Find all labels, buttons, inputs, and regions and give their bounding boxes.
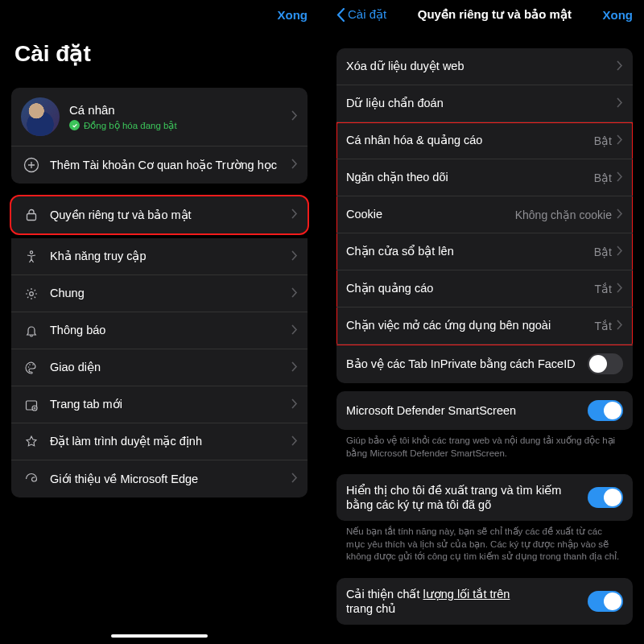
- settings-item-about-edge[interactable]: Giới thiệu về Microsoft Edge: [11, 460, 308, 497]
- search-suggestions-row[interactable]: Hiển thị cho tôi đề xuất trang và tìm ki…: [336, 474, 633, 521]
- topbar: Xong: [0, 0, 319, 26]
- chevron-right-icon: [291, 109, 298, 124]
- row-label: Microsoft Defender SmartScreen: [346, 403, 588, 418]
- external-apps-row[interactable]: Chặn việc mở các ứng dụng bên ngoài Tắt: [336, 308, 633, 345]
- diagnostic-data-row[interactable]: Dữ liệu chẩn đoán: [336, 85, 633, 122]
- improve-shortcuts-row[interactable]: Cải thiện chất lượng lối tắt trêntrang c…: [336, 578, 633, 625]
- settings-item-label: Đặt làm trình duyệt mặc định: [50, 434, 291, 448]
- chevron-right-icon: [291, 435, 298, 449]
- chevron-right-icon: [291, 158, 298, 172]
- chevron-right-icon: [617, 171, 623, 185]
- chevron-right-icon: [291, 250, 298, 264]
- chevron-right-icon: [617, 282, 623, 296]
- settings-item-label: Trang tab mới: [50, 397, 291, 411]
- smartscreen-section: Microsoft Defender SmartScreen: [336, 391, 633, 430]
- popup-blocker-row[interactable]: Chặn cửa sổ bật lên Bật: [336, 233, 633, 270]
- chevron-right-icon: [291, 472, 298, 486]
- row-label: Dữ liệu chẩn đoán: [346, 96, 617, 110]
- settings-item-accessibility[interactable]: Khả năng truy cập: [11, 238, 308, 275]
- row-label: Chặn quảng cáo: [346, 281, 595, 295]
- done-button[interactable]: Xong: [603, 8, 634, 22]
- settings-item-general[interactable]: Chung: [11, 275, 308, 312]
- row-label: Hiển thị cho tôi đề xuất trang và tìm ki…: [346, 483, 588, 512]
- settings-item-label: Chung: [50, 286, 291, 300]
- gear-icon: [21, 287, 42, 301]
- row-value: Bật: [594, 171, 612, 184]
- settings-item-notifications[interactable]: Thông báo: [11, 312, 308, 349]
- personalization-ads-row[interactable]: Cá nhân hóa & quảng cáo Bật: [336, 122, 633, 159]
- bell-icon: [21, 324, 42, 338]
- settings-item-appearance[interactable]: Giao diện: [11, 349, 308, 386]
- privacy-controls-highlighted: Cá nhân hóa & quảng cáo Bật Ngăn chặn th…: [336, 122, 633, 345]
- chevron-right-icon: [291, 324, 298, 338]
- row-label: Chặn cửa sổ bật lên: [346, 244, 594, 258]
- shortcuts-section: Cải thiện chất lượng lối tắt trêntrang c…: [336, 578, 633, 625]
- settings-list: Khả năng truy cập Chung Thông báo Giao d…: [11, 238, 308, 497]
- toggle-off[interactable]: [588, 353, 623, 374]
- chevron-right-icon: [291, 398, 298, 412]
- settings-item-label: Khả năng truy cập: [50, 249, 291, 263]
- row-label: Ngăn chặn theo dõi: [346, 170, 594, 184]
- star-gear-icon: [21, 435, 42, 449]
- row-label: Bảo vệ các Tab InPrivate bằng cách FaceI…: [346, 357, 588, 371]
- chevron-right-icon: [291, 208, 298, 222]
- toggle-on[interactable]: [588, 400, 623, 421]
- tracking-prevention-row[interactable]: Ngăn chặn theo dõi Bật: [336, 159, 633, 196]
- svg-point-6: [32, 364, 34, 365]
- add-account-label: Thêm Tài khoản Cơ quan hoặc Trường học: [50, 158, 291, 172]
- page-title: Cài đặt: [0, 26, 319, 80]
- svg-point-4: [28, 366, 30, 368]
- done-button[interactable]: Xong: [278, 8, 308, 22]
- clear-browsing-data-row[interactable]: Xóa dữ liệu duyệt web: [336, 48, 633, 85]
- account-section: Cá nhân Đồng bộ hóa đang bật Thêm Tài kh…: [11, 88, 308, 184]
- cookies-row[interactable]: Cookie Không chặn cookie: [336, 196, 633, 233]
- avatar: [21, 97, 60, 136]
- row-value: Tắt: [595, 320, 612, 332]
- chevron-right-icon: [617, 208, 623, 222]
- chevron-right-icon: [617, 60, 623, 74]
- back-button[interactable]: Cài đặt: [336, 7, 386, 22]
- toggle-on[interactable]: [588, 591, 623, 612]
- settings-item-newtab[interactable]: Trang tab mới: [11, 386, 308, 423]
- row-value: Tắt: [595, 283, 612, 295]
- suggestions-desc: Nếu bạn tắt tính năng này, bạn sẽ chỉ th…: [325, 521, 644, 570]
- svg-rect-1: [27, 214, 36, 221]
- chevron-right-icon: [617, 97, 623, 111]
- smartscreen-desc: Giúp bảo vệ tôi khỏi các trang web và nộ…: [325, 430, 644, 466]
- topbar: Cài đặt Quyền riêng tư và bảo mật Xong: [325, 0, 644, 26]
- palette-icon: [21, 361, 42, 375]
- account-name: Cá nhân: [69, 103, 291, 117]
- privacy-screen: Cài đặt Quyền riêng tư và bảo mật Xong X…: [325, 0, 644, 644]
- ad-blocker-row[interactable]: Chặn quảng cáo Tắt: [336, 270, 633, 308]
- browsing-data-section: Xóa dữ liệu duyệt web Dữ liệu chẩn đoán …: [336, 48, 633, 383]
- account-row[interactable]: Cá nhân Đồng bộ hóa đang bật: [11, 88, 308, 147]
- row-label: Cookie: [346, 207, 515, 221]
- svg-point-5: [29, 364, 31, 365]
- row-value: Bật: [594, 246, 612, 258]
- check-icon: [69, 120, 80, 130]
- row-label: Xóa dữ liệu duyệt web: [346, 59, 617, 73]
- settings-item-privacy[interactable]: Quyền riêng tư và bảo mật: [11, 196, 308, 233]
- row-value: Không chặn cookie: [515, 208, 612, 221]
- tab-icon: [21, 398, 42, 412]
- sync-status: Đồng bộ hóa đang bật: [69, 120, 291, 131]
- svg-point-3: [30, 291, 34, 295]
- faceid-inprivate-row[interactable]: Bảo vệ các Tab InPrivate bằng cách FaceI…: [336, 345, 633, 383]
- chevron-right-icon: [291, 361, 298, 375]
- smartscreen-row[interactable]: Microsoft Defender SmartScreen: [336, 391, 633, 430]
- chevron-right-icon: [291, 287, 298, 301]
- toggle-on[interactable]: [588, 487, 623, 508]
- chevron-right-icon: [617, 134, 623, 148]
- accessibility-icon: [21, 250, 42, 264]
- edge-icon: [21, 472, 42, 486]
- privacy-row-highlighted: Quyền riêng tư và bảo mật: [11, 196, 308, 233]
- home-indicator: [111, 634, 208, 638]
- row-label: Chặn việc mở các ứng dụng bên ngoài: [346, 318, 595, 332]
- chevron-right-icon: [617, 245, 623, 259]
- svg-point-2: [30, 250, 32, 253]
- add-account-row[interactable]: Thêm Tài khoản Cơ quan hoặc Trường học: [11, 147, 308, 184]
- lock-icon: [21, 208, 42, 222]
- settings-item-default-browser[interactable]: Đặt làm trình duyệt mặc định: [11, 423, 308, 460]
- chevron-right-icon: [617, 319, 623, 333]
- page-title: Quyền riêng tư và bảo mật: [418, 7, 572, 22]
